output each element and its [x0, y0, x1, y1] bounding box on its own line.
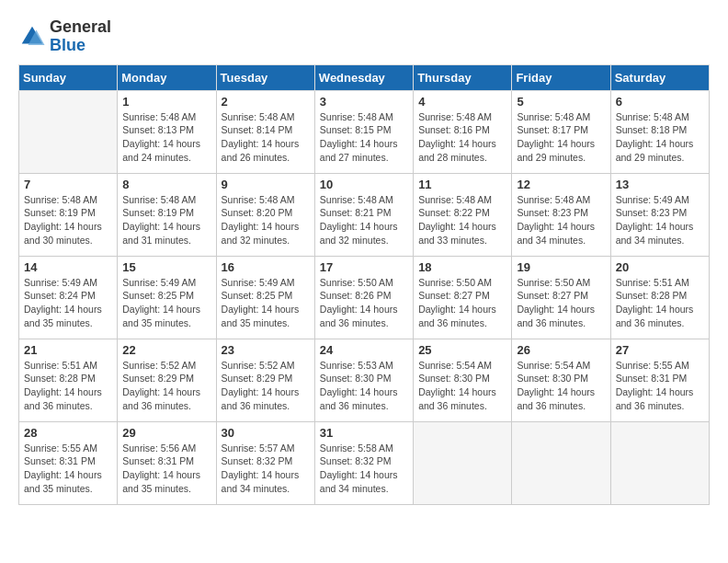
calendar-cell: 30Sunrise: 5:57 AM Sunset: 8:32 PM Dayli…	[216, 421, 314, 504]
calendar-cell	[19, 90, 118, 173]
calendar-cell	[512, 421, 610, 504]
day-info: Sunrise: 5:51 AM Sunset: 8:28 PM Dayligh…	[616, 276, 704, 330]
calendar-cell: 8Sunrise: 5:48 AM Sunset: 8:19 PM Daylig…	[118, 173, 216, 256]
calendar-cell: 24Sunrise: 5:53 AM Sunset: 8:30 PM Dayli…	[314, 339, 413, 421]
day-info: Sunrise: 5:50 AM Sunset: 8:27 PM Dayligh…	[517, 276, 605, 330]
day-info: Sunrise: 5:49 AM Sunset: 8:25 PM Dayligh…	[222, 276, 310, 330]
day-info: Sunrise: 5:54 AM Sunset: 8:30 PM Dayligh…	[517, 359, 605, 413]
day-info: Sunrise: 5:52 AM Sunset: 8:29 PM Dayligh…	[122, 359, 210, 413]
calendar-cell: 11Sunrise: 5:48 AM Sunset: 8:22 PM Dayli…	[414, 173, 512, 256]
day-info: Sunrise: 5:50 AM Sunset: 8:26 PM Dayligh…	[320, 276, 408, 330]
day-number: 21	[24, 343, 112, 357]
day-number: 30	[222, 426, 310, 440]
day-number: 15	[122, 260, 210, 274]
calendar-cell: 10Sunrise: 5:48 AM Sunset: 8:21 PM Dayli…	[314, 173, 413, 256]
day-number: 5	[517, 95, 605, 109]
day-info: Sunrise: 5:55 AM Sunset: 8:31 PM Dayligh…	[616, 359, 704, 413]
day-number: 18	[418, 260, 506, 274]
calendar-week-row-5: 28Sunrise: 5:55 AM Sunset: 8:31 PM Dayli…	[19, 421, 710, 504]
day-info: Sunrise: 5:58 AM Sunset: 8:32 PM Dayligh…	[320, 442, 408, 496]
calendar-cell: 29Sunrise: 5:56 AM Sunset: 8:31 PM Dayli…	[118, 421, 216, 504]
calendar-header-row: SundayMondayTuesdayWednesdayThursdayFrid…	[19, 64, 710, 90]
calendar-cell: 2Sunrise: 5:48 AM Sunset: 8:14 PM Daylig…	[216, 90, 314, 173]
logo-icon	[18, 23, 46, 51]
day-number: 27	[616, 343, 704, 357]
calendar-cell: 4Sunrise: 5:48 AM Sunset: 8:16 PM Daylig…	[414, 90, 512, 173]
day-number: 22	[122, 343, 210, 357]
day-info: Sunrise: 5:48 AM Sunset: 8:14 PM Dayligh…	[222, 110, 310, 165]
calendar-cell: 15Sunrise: 5:49 AM Sunset: 8:25 PM Dayli…	[118, 256, 216, 339]
day-info: Sunrise: 5:48 AM Sunset: 8:17 PM Dayligh…	[517, 110, 605, 165]
day-number: 8	[122, 178, 210, 191]
day-number: 19	[517, 260, 605, 274]
day-number: 12	[517, 178, 605, 191]
day-number: 2	[222, 95, 310, 109]
calendar-cell	[414, 421, 512, 504]
day-info: Sunrise: 5:56 AM Sunset: 8:31 PM Dayligh…	[122, 442, 210, 496]
day-info: Sunrise: 5:49 AM Sunset: 8:24 PM Dayligh…	[24, 276, 112, 330]
day-number: 4	[418, 95, 506, 109]
day-info: Sunrise: 5:48 AM Sunset: 8:19 PM Dayligh…	[122, 193, 210, 247]
day-info: Sunrise: 5:55 AM Sunset: 8:31 PM Dayligh…	[24, 442, 112, 496]
day-number: 23	[222, 343, 310, 357]
calendar-header-saturday: Saturday	[610, 64, 709, 90]
day-number: 14	[24, 260, 112, 274]
calendar-header-friday: Friday	[512, 64, 610, 90]
calendar-cell: 5Sunrise: 5:48 AM Sunset: 8:17 PM Daylig…	[512, 90, 610, 173]
logo-text: General Blue	[50, 18, 111, 55]
day-number: 10	[320, 178, 408, 191]
day-number: 1	[122, 95, 210, 109]
calendar-header-sunday: Sunday	[19, 64, 118, 90]
day-info: Sunrise: 5:49 AM Sunset: 8:23 PM Dayligh…	[616, 193, 704, 247]
day-number: 16	[222, 260, 310, 274]
calendar-cell: 19Sunrise: 5:50 AM Sunset: 8:27 PM Dayli…	[512, 256, 610, 339]
day-number: 24	[320, 343, 408, 357]
day-number: 17	[320, 260, 408, 274]
calendar-cell: 6Sunrise: 5:48 AM Sunset: 8:18 PM Daylig…	[610, 90, 709, 173]
day-info: Sunrise: 5:51 AM Sunset: 8:28 PM Dayligh…	[24, 359, 112, 413]
calendar-cell: 21Sunrise: 5:51 AM Sunset: 8:28 PM Dayli…	[19, 339, 118, 421]
calendar-cell: 28Sunrise: 5:55 AM Sunset: 8:31 PM Dayli…	[19, 421, 118, 504]
calendar-week-row-3: 14Sunrise: 5:49 AM Sunset: 8:24 PM Dayli…	[19, 256, 710, 339]
calendar-week-row-1: 1Sunrise: 5:48 AM Sunset: 8:13 PM Daylig…	[19, 90, 710, 173]
calendar-header-thursday: Thursday	[414, 64, 512, 90]
day-number: 28	[24, 426, 112, 440]
calendar-cell: 26Sunrise: 5:54 AM Sunset: 8:30 PM Dayli…	[512, 339, 610, 421]
calendar-header-tuesday: Tuesday	[216, 64, 314, 90]
day-number: 25	[418, 343, 506, 357]
day-info: Sunrise: 5:48 AM Sunset: 8:13 PM Dayligh…	[122, 110, 210, 165]
calendar-cell: 9Sunrise: 5:48 AM Sunset: 8:20 PM Daylig…	[216, 173, 314, 256]
day-info: Sunrise: 5:49 AM Sunset: 8:25 PM Dayligh…	[122, 276, 210, 330]
calendar-cell: 22Sunrise: 5:52 AM Sunset: 8:29 PM Dayli…	[118, 339, 216, 421]
calendar-header-monday: Monday	[118, 64, 216, 90]
page-header: General Blue	[18, 18, 710, 55]
day-number: 3	[320, 95, 408, 109]
calendar-cell: 12Sunrise: 5:48 AM Sunset: 8:23 PM Dayli…	[512, 173, 610, 256]
calendar-week-row-4: 21Sunrise: 5:51 AM Sunset: 8:28 PM Dayli…	[19, 339, 710, 421]
day-number: 13	[616, 178, 704, 191]
calendar-cell: 18Sunrise: 5:50 AM Sunset: 8:27 PM Dayli…	[414, 256, 512, 339]
calendar-cell: 14Sunrise: 5:49 AM Sunset: 8:24 PM Dayli…	[19, 256, 118, 339]
day-info: Sunrise: 5:52 AM Sunset: 8:29 PM Dayligh…	[222, 359, 310, 413]
day-number: 20	[616, 260, 704, 274]
calendar-header-wednesday: Wednesday	[314, 64, 413, 90]
calendar-cell: 31Sunrise: 5:58 AM Sunset: 8:32 PM Dayli…	[314, 421, 413, 504]
day-info: Sunrise: 5:48 AM Sunset: 8:19 PM Dayligh…	[24, 193, 112, 247]
calendar-cell: 27Sunrise: 5:55 AM Sunset: 8:31 PM Dayli…	[610, 339, 709, 421]
day-number: 11	[418, 178, 506, 191]
calendar-cell: 16Sunrise: 5:49 AM Sunset: 8:25 PM Dayli…	[216, 256, 314, 339]
calendar-table: SundayMondayTuesdayWednesdayThursdayFrid…	[18, 64, 710, 505]
day-info: Sunrise: 5:48 AM Sunset: 8:15 PM Dayligh…	[320, 110, 408, 165]
day-info: Sunrise: 5:48 AM Sunset: 8:23 PM Dayligh…	[517, 193, 605, 247]
calendar-cell: 13Sunrise: 5:49 AM Sunset: 8:23 PM Dayli…	[610, 173, 709, 256]
day-info: Sunrise: 5:48 AM Sunset: 8:22 PM Dayligh…	[418, 193, 506, 247]
day-number: 29	[122, 426, 210, 440]
calendar-cell: 3Sunrise: 5:48 AM Sunset: 8:15 PM Daylig…	[314, 90, 413, 173]
calendar-cell: 1Sunrise: 5:48 AM Sunset: 8:13 PM Daylig…	[118, 90, 216, 173]
day-info: Sunrise: 5:50 AM Sunset: 8:27 PM Dayligh…	[418, 276, 506, 330]
day-number: 6	[616, 95, 704, 109]
day-info: Sunrise: 5:48 AM Sunset: 8:16 PM Dayligh…	[418, 110, 506, 165]
calendar-cell: 23Sunrise: 5:52 AM Sunset: 8:29 PM Dayli…	[216, 339, 314, 421]
calendar-cell: 17Sunrise: 5:50 AM Sunset: 8:26 PM Dayli…	[314, 256, 413, 339]
day-info: Sunrise: 5:57 AM Sunset: 8:32 PM Dayligh…	[222, 442, 310, 496]
